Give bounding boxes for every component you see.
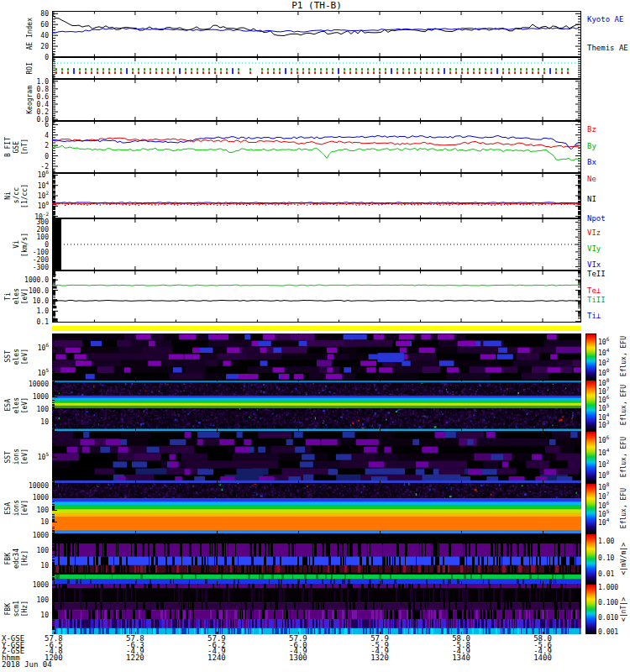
colorbar-tick-sst_e: 100: [598, 370, 609, 377]
panel-ylabel-text: [eV]: [21, 500, 29, 516]
colorbar-unit-esa_e: Eflux, EFU: [619, 380, 628, 431]
panel-ylabel-text: AE Index: [26, 18, 34, 50]
colorbar-tick-sst_e: 104: [598, 349, 609, 357]
panel-ylabel-text: eles: [13, 397, 20, 413]
panel-ylabel-roi: ROI: [25, 57, 34, 79]
colorbar-esa_e: [585, 380, 596, 431]
panel-ylabel-bfit: [nT]: [20, 121, 29, 173]
panel-ylabel-text: [km/s]: [21, 233, 29, 257]
panel-ylabel-text: Ti: [4, 292, 12, 301]
panel-ylabel-keogram: Keogram: [25, 79, 34, 121]
legend-bz: Bz: [587, 125, 596, 134]
ytick-ae: 40: [0, 32, 49, 39]
panel-ylabel-text: [nT]: [21, 139, 29, 155]
ytick-keogram: 1.0: [0, 78, 49, 86]
colorbar-unit-text: Eflux, EFU: [620, 336, 627, 376]
colorbar-tick-sst_e: 102: [598, 360, 609, 367]
panel-ylabel-ni: [1/cc]: [20, 173, 29, 218]
legend-ni: NI: [587, 195, 596, 203]
colorbar-unit-fbk_e: <|mV/m|>: [619, 533, 628, 584]
panel-ylabel-ti: [eV]: [20, 270, 29, 323]
legend-by: By: [587, 142, 596, 150]
ytick-ae: 20: [0, 43, 49, 50]
panel-ylabel-sst_i: [eV]: [20, 431, 29, 483]
spectrogram-fbk_e: [52, 533, 581, 584]
ytick-ae: 80: [0, 10, 49, 18]
legend-themisae: Themis AE: [587, 44, 628, 52]
panel-roi: [52, 57, 581, 79]
spectrogram-esa_e: [52, 380, 581, 431]
panel-ylabel-text: SST: [4, 350, 12, 362]
colorbar-tick-sst_e: 106: [598, 339, 609, 346]
colorbar-tick-fbk_b: 0.100: [598, 599, 618, 606]
colorbar-fbk_b: [585, 584, 596, 634]
panel-ylabel-text: [eV]: [21, 349, 29, 365]
colorbar-unit-text: Eflux, EFU: [620, 385, 627, 425]
legend-viz: VIz: [587, 228, 601, 237]
panel-ylabel-text: SST: [4, 451, 12, 463]
panel-ylabel-vi: [km/s]: [20, 218, 29, 270]
panel-ylabel-esa_e: [eV]: [20, 380, 29, 431]
legend-vix: VIx: [587, 260, 601, 269]
colorbar-tick-sst_i: 102: [598, 461, 609, 469]
colorbar-tick-esa_i: 104: [598, 519, 609, 527]
ytick-ae: 0: [0, 54, 49, 61]
colorbar-tick-fbk_e: 0.01: [598, 570, 614, 578]
panel-ylabel-text: eles: [13, 349, 20, 365]
spectrogram-sst_i: [52, 431, 581, 483]
panel-ylabel-fbk_b: [Hz]: [20, 584, 29, 634]
panel-ti: [52, 270, 581, 323]
panel-ylabel-text: [1/cc]: [21, 184, 29, 208]
footer-value: 1400: [533, 654, 552, 661]
legend-teii: TeII: [587, 270, 606, 278]
panel-ylabel-text: [eV]: [21, 288, 29, 304]
ytick-ae: 60: [0, 21, 49, 29]
panel-bfit: [52, 121, 581, 173]
colorbar-unit-fbk_b: <|nT|>: [619, 584, 628, 634]
legend-ti: Ti⊥: [587, 312, 601, 320]
colorbar-tick-esa_e: 103: [598, 422, 609, 429]
panel-ylabel-fbk_e: [Hz]: [20, 533, 29, 584]
colorbar-tick-fbk_b: 0.010: [598, 614, 618, 622]
colorbar-fbk_e: [585, 533, 596, 584]
colorbar-unit-sst_e: Eflux, EFU: [619, 333, 628, 380]
colorbar-unit-sst_i: Eflux, EFU: [619, 431, 628, 483]
panel-ylabel-text: Vi: [13, 240, 20, 249]
ytick-keogram: 0.2: [0, 108, 49, 116]
panel-ylabel-text: [Hz]: [21, 601, 29, 617]
footer-value: 1340: [452, 654, 470, 661]
colorbar-tick-sst_i: 104: [598, 449, 609, 457]
footer-value: 1300: [289, 654, 307, 661]
colorbar-sst_e: [585, 333, 596, 380]
colorbar-tick-fbk_b: 1.000: [598, 584, 618, 591]
footer-value: 1320: [370, 654, 389, 661]
page-title: P1 (TH-B): [52, 0, 581, 11]
legend-npot: Npot: [587, 214, 606, 223]
ytick-keogram: 0.8: [0, 86, 49, 93]
ytick-keogram: 0.6: [0, 93, 49, 101]
panel-ylabel-text: ESA: [4, 502, 12, 514]
panel-ylabel-text: [eV]: [21, 449, 29, 465]
colorbar-unit-text: Eflux, EFU: [620, 437, 627, 477]
panel-ylabel-ae: AE Index: [25, 11, 34, 57]
legend-kyotoae: Kyoto AE: [587, 15, 623, 24]
colorbar-tick-esa_i: 107: [598, 493, 609, 501]
colorbar-tick-fbk_e: 1.00: [598, 538, 614, 545]
panel-ylabel-text: Keogram: [26, 86, 34, 114]
legend-bx: Bx: [587, 158, 596, 166]
panel-ylabel-text: Ni: [4, 192, 12, 200]
colorbar-esa_i: [585, 483, 596, 533]
panel-ylabel-text: s/cc: [13, 187, 20, 203]
spectrogram-esa_i: [52, 483, 581, 533]
legend-tiii: TiII: [587, 296, 606, 304]
panel-keogram: [52, 79, 581, 121]
colorbar-tick-fbk_e: 0.10: [598, 554, 614, 562]
panel-ylabel-text: FBK: [4, 603, 12, 615]
spectrogram-sst_e: [52, 333, 581, 380]
footer-value: 1240: [207, 654, 226, 661]
panel-ylabel-text: ROI: [26, 62, 34, 74]
date-label: 2018 Jun 04: [2, 661, 52, 668]
panel-ae: [52, 11, 581, 57]
panel-ylabel-text: [Hz]: [21, 550, 29, 566]
panel-ylabel-text: GSE: [13, 141, 20, 153]
